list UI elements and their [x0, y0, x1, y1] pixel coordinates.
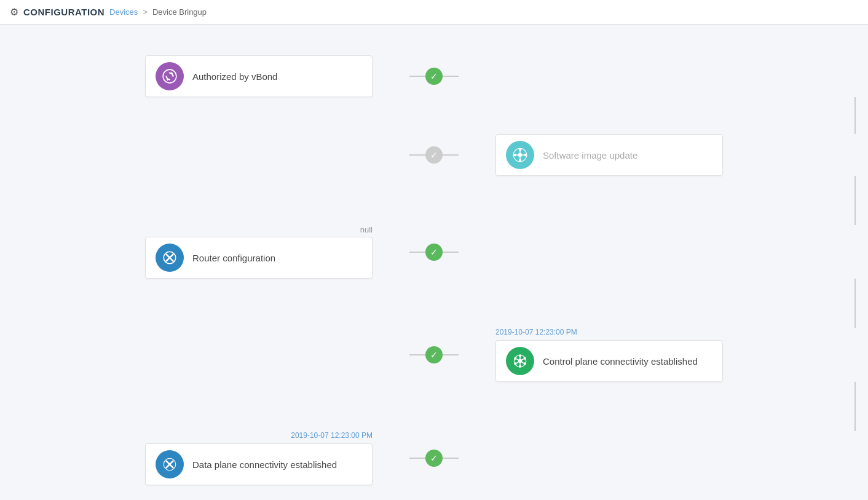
svg-point-16 [518, 359, 523, 363]
left-side-authorized: Authorized by vBond [12, 55, 409, 97]
check-software: ✓ [425, 146, 443, 164]
right-side-control: 2019-10-07 12:23:00 PM [459, 328, 856, 382]
svg-line-27 [517, 362, 519, 363]
center-connector-authorized: ✓ [409, 68, 459, 85]
svg-point-21 [514, 362, 516, 365]
node-label-data: Data plane connectivity established [192, 459, 337, 470]
center-connector-software: ✓ [409, 146, 459, 164]
breadcrumb-separator: > [143, 7, 148, 17]
timeline-row-software: ✓ [12, 134, 856, 176]
check-control: ✓ [425, 346, 443, 363]
right-side-software: Software image update [459, 134, 856, 176]
left-side-router: null Router configuration [12, 225, 409, 279]
node-label-software: Software image update [543, 150, 637, 161]
svg-point-19 [523, 362, 526, 365]
vline-3 [854, 279, 856, 328]
page-title: CONFIGURATION [23, 7, 105, 17]
null-label-router: null [360, 225, 373, 234]
svg-point-22 [514, 357, 516, 360]
center-connector-router: ✓ [409, 244, 459, 261]
breadcrumb-devices-link[interactable]: Devices [109, 7, 138, 17]
vline-4 [854, 382, 856, 431]
svg-point-18 [523, 357, 526, 360]
check-authorized: ✓ [425, 68, 443, 85]
node-label-router: Router configuration [192, 253, 275, 263]
header: ⚙ CONFIGURATION Devices > Device Bringup [0, 0, 868, 25]
center-connector-data: ✓ [409, 450, 459, 467]
check-router: ✓ [425, 244, 443, 261]
node-icon-authorized [156, 62, 184, 90]
timeline-row-data: 2019-10-07 12:23:00 PM Data plane connec… [12, 431, 856, 485]
main-content: Authorized by vBond ✓ ✓ [0, 25, 868, 500]
node-card-data: Data plane connectivity established [145, 443, 373, 485]
left-side-data: 2019-10-07 12:23:00 PM Data plane connec… [12, 431, 409, 485]
svg-line-24 [522, 359, 524, 360]
node-card-authorized: Authorized by vBond [145, 55, 373, 97]
svg-line-28 [517, 359, 519, 360]
node-card-router: Router configuration [145, 237, 373, 279]
svg-point-20 [519, 365, 521, 368]
svg-point-17 [519, 354, 521, 357]
timestamp-control: 2019-10-07 12:23:00 PM [495, 328, 577, 336]
timestamp-data: 2019-10-07 12:23:00 PM [291, 431, 373, 440]
router-icon [162, 250, 178, 266]
vline-1 [854, 97, 856, 134]
data-plane-icon [162, 456, 178, 472]
node-card-software: Software image update [495, 134, 723, 176]
node-label-control: Control plane connectivity established [543, 355, 698, 368]
gear-icon: ⚙ [10, 6, 18, 18]
timeline-row-authorized: Authorized by vBond ✓ [12, 55, 856, 97]
vline-2 [854, 176, 856, 225]
node-icon-router [156, 244, 184, 272]
connectivity-icon [512, 353, 528, 369]
svg-point-0 [163, 69, 176, 83]
timeline-row-router: null Router configuration [12, 225, 856, 279]
node-label-authorized: Authorized by vBond [192, 71, 277, 82]
network-icon [512, 147, 528, 163]
svg-point-6 [524, 154, 527, 156]
node-icon-control [506, 347, 534, 375]
node-icon-data [156, 450, 184, 478]
svg-point-2 [518, 153, 523, 157]
breadcrumb-current: Device Bringup [152, 7, 207, 17]
svg-line-25 [522, 362, 524, 363]
svg-point-4 [519, 159, 521, 162]
sync-icon [162, 68, 178, 84]
node-card-control: Control plane connectivity established [495, 340, 723, 382]
timeline-wrapper: Authorized by vBond ✓ ✓ [12, 43, 856, 500]
node-icon-software [506, 141, 534, 169]
svg-point-3 [519, 148, 521, 151]
svg-point-5 [513, 154, 516, 156]
center-connector-control: ✓ [409, 346, 459, 363]
timeline-row-control: ✓ 2019-10-07 12:23:00 PM [12, 328, 856, 382]
check-data: ✓ [425, 450, 443, 467]
